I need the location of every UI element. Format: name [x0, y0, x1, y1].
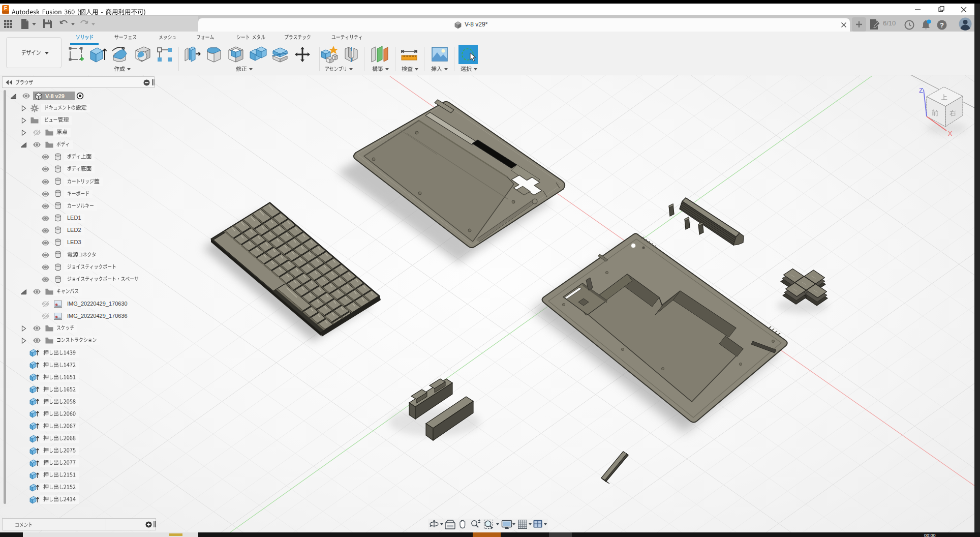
- svg-text:X: X: [948, 130, 953, 137]
- svg-text:?: ?: [940, 21, 944, 29]
- svg-text:Z: Z: [919, 86, 923, 94]
